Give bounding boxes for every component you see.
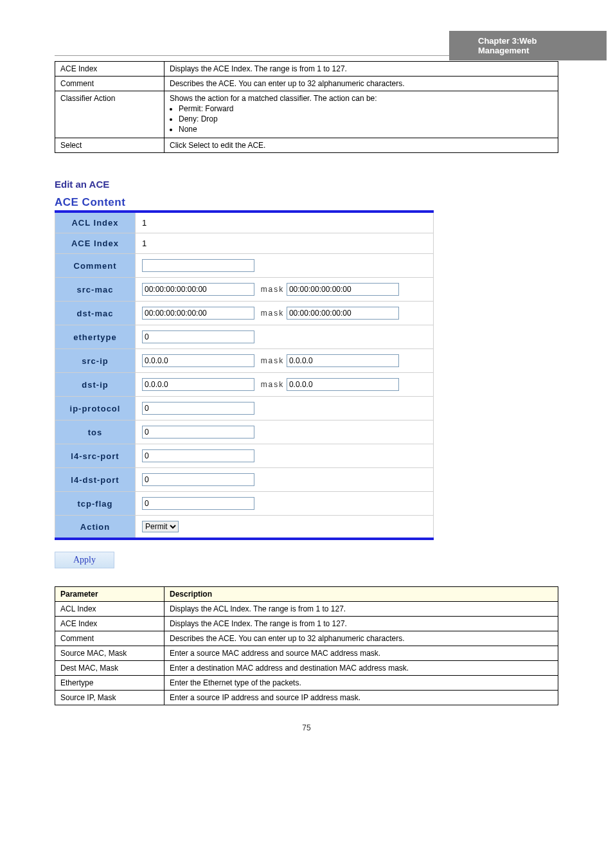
ace-index-value: 1 — [136, 233, 434, 254]
mask-label: mask — [261, 356, 285, 365]
src-mac-label: src-mac — [55, 278, 136, 302]
acl-index-label: ACL Index — [55, 212, 136, 233]
bullet-item: None — [179, 125, 553, 134]
mask-label: mask — [261, 380, 285, 389]
bullet-item: Deny: Drop — [179, 114, 553, 123]
ip-protocol-input[interactable] — [142, 402, 254, 415]
section-heading: Edit an ACE — [55, 179, 558, 190]
table-row: Select Click Select to edit the ACE. — [55, 138, 558, 153]
param-cell: Comment — [55, 77, 164, 91]
dst-ip-mask-input[interactable] — [287, 378, 399, 391]
param-cell: Source IP, Mask — [55, 691, 164, 705]
mask-label: mask — [261, 309, 285, 318]
tos-input[interactable] — [142, 426, 254, 439]
ace-index-label: ACE Index — [55, 233, 136, 254]
chapter-label: Chapter 3:Web Management — [449, 31, 607, 60]
src-mac-mask-input[interactable] — [287, 283, 399, 296]
comment-label: Comment — [55, 254, 136, 278]
action-select[interactable]: Permit — [142, 521, 179, 532]
param-cell: Ethertype — [55, 676, 164, 691]
l4-src-port-input[interactable] — [142, 449, 254, 462]
ace-content-form: ACL Index 1 ACE Index 1 Comment src-mac … — [55, 210, 434, 540]
ethertype-input[interactable] — [142, 330, 254, 343]
table-row: Dest MAC, Mask Enter a destination MAC a… — [55, 661, 558, 676]
tcp-flag-label: tcp-flag — [55, 492, 136, 516]
table-row: ACE Index Displays the ACE Index. The ra… — [55, 617, 558, 631]
desc-cell: Displays the ACL Index. The range is fro… — [164, 602, 558, 617]
param-cell: Select — [55, 138, 164, 153]
src-ip-label: src-ip — [55, 349, 136, 373]
action-label: Action — [55, 516, 136, 539]
comment-input[interactable] — [142, 259, 254, 272]
desc-cell: Enter a source MAC address and source MA… — [164, 646, 558, 661]
ace-edit-params-table: Parameter Description ACL Index Displays… — [55, 586, 558, 705]
table-row: Classifier Action Shows the action for a… — [55, 91, 558, 138]
param-cell: ACE Index — [55, 62, 164, 77]
apply-button[interactable]: Apply — [55, 552, 114, 568]
param-cell: Source MAC, Mask — [55, 646, 164, 661]
ethertype-label: ethertype — [55, 325, 136, 349]
table-row: Comment Describes the ACE. You can enter… — [55, 77, 558, 91]
desc-cell: Describes the ACE. You can enter up to 3… — [164, 631, 558, 646]
table-row: Source IP, Mask Enter a source IP addres… — [55, 691, 558, 705]
form-title: ACE Content — [55, 196, 434, 209]
bullet-item: Permit: Forward — [179, 104, 553, 113]
acl-index-value: 1 — [136, 212, 434, 233]
l4-dst-port-input[interactable] — [142, 473, 254, 486]
page-number: 75 — [0, 723, 613, 732]
desc-cell: Click Select to edit the ACE. — [164, 138, 558, 153]
src-ip-input[interactable] — [142, 354, 254, 367]
desc-cell: Enter the Ethernet type of the packets. — [164, 676, 558, 691]
dst-ip-input[interactable] — [142, 378, 254, 391]
table-row: ACL Index Displays the ACL Index. The ra… — [55, 602, 558, 617]
param-cell: Dest MAC, Mask — [55, 661, 164, 676]
param-cell: ACE Index — [55, 617, 164, 631]
table-header-desc: Description — [164, 587, 558, 602]
table-row: ACE Index Displays the ACE Index. The ra… — [55, 62, 558, 77]
dst-mac-mask-input[interactable] — [287, 307, 399, 320]
dst-mac-label: dst-mac — [55, 302, 136, 325]
desc-intro: Shows the action for a matched classifie… — [170, 94, 377, 103]
desc-cell: Shows the action for a matched classifie… — [164, 91, 558, 138]
desc-cell: Enter a destination MAC address and dest… — [164, 661, 558, 676]
desc-cell: Describes the ACE. You can enter up to 3… — [164, 77, 558, 91]
ip-protocol-label: ip-protocol — [55, 397, 136, 420]
param-cell: Comment — [55, 631, 164, 646]
ace-summary-table: ACE Index Displays the ACE Index. The ra… — [55, 61, 558, 153]
tos-label: tos — [55, 420, 136, 444]
desc-cell: Enter a source IP address and source IP … — [164, 691, 558, 705]
param-cell: Classifier Action — [55, 91, 164, 138]
desc-cell: Displays the ACE Index. The range is fro… — [164, 62, 558, 77]
table-row: Source MAC, Mask Enter a source MAC addr… — [55, 646, 558, 661]
tcp-flag-input[interactable] — [142, 497, 254, 510]
dst-mac-input[interactable] — [142, 307, 254, 320]
param-cell: ACL Index — [55, 602, 164, 617]
desc-cell: Displays the ACE Index. The range is fro… — [164, 617, 558, 631]
dst-ip-label: dst-ip — [55, 373, 136, 397]
l4-src-port-label: l4-src-port — [55, 444, 136, 468]
l4-dst-port-label: l4-dst-port — [55, 468, 136, 492]
mask-label: mask — [261, 285, 285, 294]
src-mac-input[interactable] — [142, 283, 254, 296]
table-header-param: Parameter — [55, 587, 164, 602]
table-row: Ethertype Enter the Ethernet type of the… — [55, 676, 558, 691]
table-row: Comment Describes the ACE. You can enter… — [55, 631, 558, 646]
src-ip-mask-input[interactable] — [287, 354, 399, 367]
